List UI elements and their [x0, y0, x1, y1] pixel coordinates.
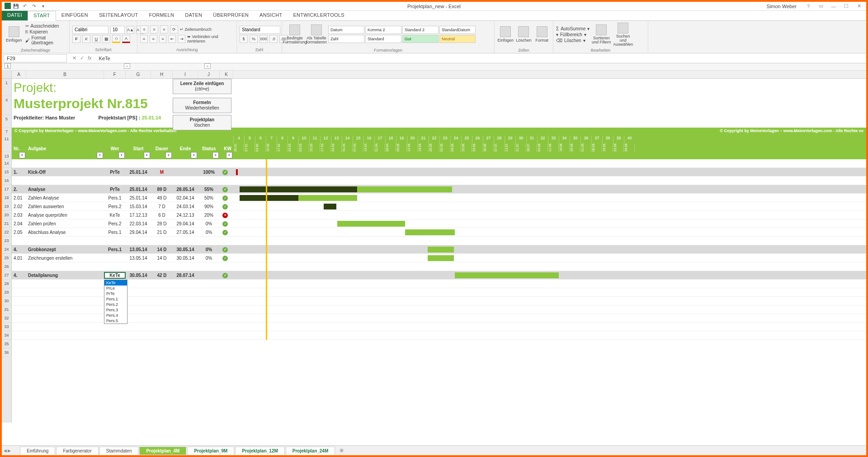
orientation-icon[interactable]: ⟳ [170, 25, 178, 33]
row-header-23[interactable]: 23 [2, 237, 11, 245]
style-komma-2[interactable]: Komma 2 [365, 26, 401, 34]
row-header-19[interactable]: 19 [2, 202, 11, 211]
task-row[interactable]: 4.01Zeichnungen erstellen13.05.1414 D30.… [12, 254, 233, 262]
task-row[interactable]: 2.02Zahlen auswertenPers.215.03.147 D24.… [12, 202, 233, 211]
indent-inc-icon[interactable]: ⇥ [178, 35, 185, 43]
ribbon-opts-icon[interactable]: ▭ [816, 3, 826, 9]
style-neutral[interactable]: Neutral [439, 35, 476, 43]
style-standard[interactable]: Standard [365, 35, 401, 43]
task-row[interactable]: 2.05Abschluss AnalysePers.129.04.1421 D2… [12, 228, 233, 237]
number-format-select[interactable] [240, 26, 280, 34]
dropdown-option[interactable]: Pers.2 [104, 302, 127, 307]
help-icon[interactable]: ? [804, 4, 813, 9]
task-row[interactable]: 4.GrobkonzeptPers.113.05.1414 D30.05.140… [12, 245, 233, 254]
merge-button[interactable]: ⬌ Verbinden und zentrieren [187, 34, 234, 43]
font-name-select[interactable] [72, 26, 108, 34]
row-header-7[interactable]: 7 [2, 128, 11, 135]
dropdown-option[interactable]: KeTe [104, 280, 127, 286]
underline-button[interactable]: U [92, 35, 100, 43]
filter-nr[interactable]: ▾ [19, 152, 25, 158]
align-right-icon[interactable]: ≡ [159, 35, 167, 43]
task-row[interactable]: 2.04Zahlen prüfenPers.222.03.1428 D29.04… [12, 219, 233, 228]
sheet-tab-projektplan_12m[interactable]: Projektplan_12M [235, 447, 284, 455]
row-header-22[interactable]: 22 [2, 228, 11, 237]
row-header-26[interactable]: 26 [2, 262, 11, 271]
outline-level-1[interactable]: 1 [5, 63, 11, 69]
task-row[interactable]: 2.01Zahlen AnalysePers.125.01.1449 D02.0… [12, 194, 233, 202]
gantt-bar[interactable] [428, 255, 454, 261]
gantt-bar[interactable] [428, 247, 454, 252]
add-sheet-button[interactable]: ⊕ [340, 447, 344, 453]
font-color-button[interactable]: A [122, 35, 130, 43]
row-header-13[interactable]: 13 [2, 152, 11, 159]
ribbon-tab-start[interactable]: START [28, 11, 56, 21]
delete-plan-button[interactable]: Projektplanlöschen [173, 115, 231, 130]
qat-more-icon[interactable]: ▾ [39, 3, 47, 10]
col-header-F[interactable]: F [104, 71, 126, 78]
col-header-J[interactable]: J [198, 71, 220, 78]
sheet-tab-projektplan_24m[interactable]: Projektplan_24M [286, 447, 335, 455]
grow-font-icon[interactable]: A▲ [127, 26, 134, 34]
ribbon-tab-einfügen[interactable]: EINFÜGEN [56, 11, 94, 20]
border-button[interactable]: ▦ [102, 35, 110, 43]
formula-input[interactable]: KeTe [95, 55, 866, 62]
task-row[interactable] [12, 237, 233, 245]
find-select-button[interactable]: Suchen und Auswählen [613, 22, 633, 47]
table-format-button[interactable]: Als Tabelle formatieren [307, 22, 326, 47]
dropdown-option[interactable]: PrLe [104, 286, 127, 291]
filter-who[interactable]: ▾ [118, 152, 125, 158]
row-header-11[interactable]: 11 [2, 135, 11, 152]
row-header-35[interactable]: 35 [2, 340, 11, 348]
inc-dec-icon[interactable]: .0 [269, 35, 278, 43]
wrap-button[interactable]: ↵ Zeilenumbruch [180, 27, 212, 32]
tab-nav-next[interactable]: ▶ [8, 448, 11, 453]
row-header-18[interactable]: 18 [2, 194, 11, 202]
col-header-B[interactable]: B [26, 71, 104, 78]
row-header-36[interactable]: 36 [2, 348, 11, 357]
clear-button[interactable]: ⌫ Löschen ▾ [556, 38, 590, 43]
row-header-29[interactable]: 29 [2, 288, 11, 297]
tab-nav-prev[interactable]: ◀ [4, 448, 7, 453]
ribbon-tab-daten[interactable]: DATEN [179, 11, 208, 20]
close-icon[interactable]: ✕ [854, 3, 863, 9]
insert-cells-button[interactable]: Einfügen [497, 22, 514, 47]
dropdown-option[interactable]: Pers.1 [104, 296, 127, 302]
row-header-16[interactable]: 16 [2, 176, 11, 185]
gantt-bar[interactable] [455, 272, 559, 278]
fx-icon[interactable]: fx [88, 55, 92, 61]
row-header-21[interactable]: 21 [2, 219, 11, 228]
indent-dec-icon[interactable]: ⇤ [168, 35, 176, 43]
gantt-bar[interactable] [236, 169, 238, 175]
col-header-I[interactable]: I [173, 71, 198, 78]
gantt-bar[interactable] [357, 186, 452, 192]
style-standard-2[interactable]: Standard 2 [402, 26, 439, 34]
ribbon-tab-formeln[interactable]: FORMELN [143, 11, 179, 20]
ribbon-tab-überprüfen[interactable]: ÜBERPRÜFEN [208, 11, 254, 20]
row-header-1[interactable]: 1 [2, 79, 11, 96]
bold-button[interactable]: F [72, 35, 80, 43]
style-datum[interactable]: Datum [328, 26, 364, 34]
sheet-tab-projektplan_9m[interactable]: Projektplan_9M [187, 447, 234, 455]
paste-button[interactable]: Einfügen [5, 22, 24, 47]
col-header-K[interactable]: K [220, 71, 233, 78]
outline-collapse-2[interactable]: − [204, 63, 211, 69]
row-header-4[interactable]: 4 [2, 96, 11, 115]
gantt-bar[interactable] [405, 229, 455, 235]
align-left-icon[interactable]: ≡ [140, 35, 148, 43]
filter-dur[interactable]: ▾ [165, 152, 172, 158]
select-all-button[interactable] [2, 71, 12, 78]
task-row[interactable] [12, 159, 233, 168]
qat-undo-icon[interactable]: ↶ [21, 3, 29, 10]
row-header-24[interactable]: 24 [2, 245, 11, 254]
format-cells-button[interactable]: Format [534, 22, 550, 47]
row-header-25[interactable]: 25 [2, 254, 11, 262]
filter-task[interactable]: ▾ [97, 152, 103, 158]
row-header-15[interactable]: 15 [2, 168, 11, 176]
filter-end[interactable]: ▾ [191, 152, 197, 158]
cancel-formula-icon[interactable]: ✕ [72, 55, 76, 61]
col-header-A[interactable]: A [12, 71, 26, 78]
fill-button[interactable]: ▾ Füllbereich ▾ [556, 32, 590, 37]
delete-cells-button[interactable]: Löschen [515, 22, 532, 47]
minimize-icon[interactable]: — [829, 4, 838, 9]
ribbon-tab-ansicht[interactable]: ANSICHT [254, 11, 288, 20]
